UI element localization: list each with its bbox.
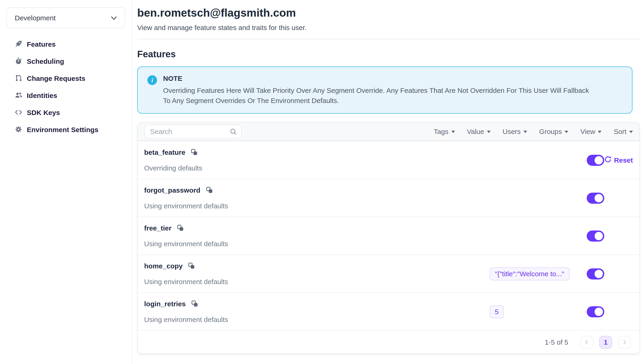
filter-label: Users bbox=[503, 128, 521, 135]
filter-tags[interactable]: Tags bbox=[434, 128, 455, 135]
feature-value-slot: "{"title":"Welcome to..." bbox=[490, 267, 587, 280]
table-row[interactable]: login_retries Using environment defaults… bbox=[138, 292, 640, 330]
flagsmith-identity-page: Development Features Scheduling bbox=[0, 0, 644, 364]
page-title: ben.rometsch@flagsmith.com bbox=[137, 6, 640, 20]
feature-name: forgot_password bbox=[144, 186, 200, 194]
copy-icon[interactable] bbox=[206, 186, 213, 194]
feature-name: home_copy bbox=[144, 262, 183, 270]
table-row[interactable]: beta_feature Overriding defaults bbox=[138, 141, 640, 179]
features-table: Tags Value Users Groups View Sort beta_f… bbox=[137, 122, 640, 354]
copy-icon[interactable] bbox=[191, 300, 198, 307]
feature-status: Using environment defaults bbox=[144, 278, 228, 286]
table-filters: Tags Value Users Groups View Sort bbox=[434, 128, 633, 135]
feature-toggle[interactable] bbox=[587, 268, 604, 279]
filter-label: Tags bbox=[434, 128, 448, 135]
feature-value-chip: 5 bbox=[490, 305, 504, 318]
chevron-left-icon bbox=[585, 338, 588, 346]
sidebar-nav: Features Scheduling Change Requests Iden… bbox=[6, 38, 125, 136]
sidebar-item-change-requests[interactable]: Change Requests bbox=[14, 72, 125, 84]
copy-icon[interactable] bbox=[177, 224, 184, 232]
feature-name: login_retries bbox=[144, 300, 186, 308]
page-subtitle: View and manage feature states and trait… bbox=[137, 24, 640, 32]
note-title: NOTE bbox=[163, 74, 597, 82]
copy-icon[interactable] bbox=[191, 149, 198, 156]
sidebar-item-label: Identities bbox=[27, 91, 57, 99]
sidebar-item-sdk-keys[interactable]: SDK Keys bbox=[14, 106, 125, 119]
sidebar-item-label: Environment Settings bbox=[27, 126, 98, 133]
table-toolbar: Tags Value Users Groups View Sort bbox=[138, 122, 640, 141]
stopwatch-icon bbox=[14, 57, 23, 65]
environment-selector-value: Development bbox=[15, 14, 56, 22]
pagination-prev-button[interactable] bbox=[580, 336, 593, 348]
rocket-icon bbox=[14, 40, 23, 48]
sidebar-item-identities[interactable]: Identities bbox=[14, 89, 125, 102]
feature-value-chip: "{"title":"Welcome to..." bbox=[490, 267, 570, 280]
sidebar-item-features[interactable]: Features bbox=[14, 38, 125, 50]
chevron-right-icon bbox=[623, 338, 626, 346]
sidebar-item-label: Scheduling bbox=[27, 57, 64, 65]
note-body: Overriding Features Here Will Take Prior… bbox=[163, 86, 597, 106]
feature-name: beta_feature bbox=[144, 148, 185, 156]
main-content: ben.rometsch@flagsmith.com View and mana… bbox=[132, 0, 644, 364]
change-requests-icon bbox=[14, 74, 23, 82]
search-input[interactable] bbox=[144, 124, 242, 138]
sidebar-item-label: Change Requests bbox=[27, 74, 85, 82]
chevron-down-icon bbox=[111, 14, 117, 22]
table-row[interactable]: home_copy Using environment defaults "{"… bbox=[138, 254, 640, 292]
note-banner: i NOTE Overriding Features Here Will Tak… bbox=[137, 66, 632, 114]
table-row[interactable]: forgot_password Using environment defaul… bbox=[138, 179, 640, 217]
info-icon: i bbox=[147, 75, 157, 85]
feature-status: Overriding defaults bbox=[144, 164, 202, 172]
copy-icon[interactable] bbox=[188, 262, 195, 269]
caret-down-icon bbox=[451, 131, 455, 133]
feature-toggle[interactable] bbox=[587, 230, 604, 241]
sidebar-item-label: SDK Keys bbox=[27, 108, 60, 116]
search-box bbox=[144, 124, 242, 138]
caret-down-icon bbox=[629, 131, 633, 133]
feature-toggle[interactable] bbox=[587, 306, 604, 317]
filter-label: Sort bbox=[614, 128, 626, 135]
sidebar-item-environment-settings[interactable]: Environment Settings bbox=[14, 123, 125, 136]
pagination-summary: 1-5 of 5 bbox=[545, 338, 568, 346]
caret-down-icon bbox=[564, 131, 568, 133]
feature-name: free_tier bbox=[144, 224, 172, 232]
filter-view[interactable]: View bbox=[580, 128, 602, 135]
feature-status: Using environment defaults bbox=[144, 240, 228, 248]
feature-status: Using environment defaults bbox=[144, 202, 228, 210]
filter-label: Value bbox=[467, 128, 484, 135]
pagination-page-1-button[interactable]: 1 bbox=[599, 336, 612, 348]
table-pagination: 1-5 of 5 1 bbox=[138, 330, 640, 354]
reset-button[interactable]: Reset bbox=[604, 156, 633, 165]
filter-groups[interactable]: Groups bbox=[539, 128, 568, 135]
refresh-icon bbox=[604, 156, 612, 165]
filter-users[interactable]: Users bbox=[503, 128, 527, 135]
feature-status: Using environment defaults bbox=[144, 316, 228, 323]
identities-icon bbox=[14, 91, 23, 99]
code-brackets-icon bbox=[14, 108, 23, 116]
sidebar-item-label: Features bbox=[27, 40, 56, 48]
filter-label: View bbox=[580, 128, 595, 135]
filter-label: Groups bbox=[539, 128, 562, 135]
table-row[interactable]: free_tier Using environment defaults bbox=[138, 217, 640, 254]
filter-value[interactable]: Value bbox=[467, 128, 490, 135]
feature-toggle[interactable] bbox=[587, 154, 604, 166]
search-icon bbox=[230, 128, 237, 137]
reset-label: Reset bbox=[614, 156, 633, 164]
pagination-next-button[interactable] bbox=[618, 336, 631, 348]
environment-selector[interactable]: Development bbox=[6, 8, 125, 28]
features-heading: Features bbox=[137, 49, 640, 60]
caret-down-icon bbox=[487, 131, 490, 133]
header-divider bbox=[137, 39, 640, 39]
sidebar-item-scheduling[interactable]: Scheduling bbox=[14, 54, 125, 68]
feature-value-slot: 5 bbox=[490, 305, 587, 318]
environment-sidebar: Development Features Scheduling bbox=[0, 0, 132, 364]
caret-down-icon bbox=[598, 131, 602, 133]
feature-toggle[interactable] bbox=[587, 192, 604, 204]
gear-icon bbox=[14, 125, 23, 134]
filter-sort[interactable]: Sort bbox=[614, 128, 633, 135]
caret-down-icon bbox=[524, 131, 527, 133]
